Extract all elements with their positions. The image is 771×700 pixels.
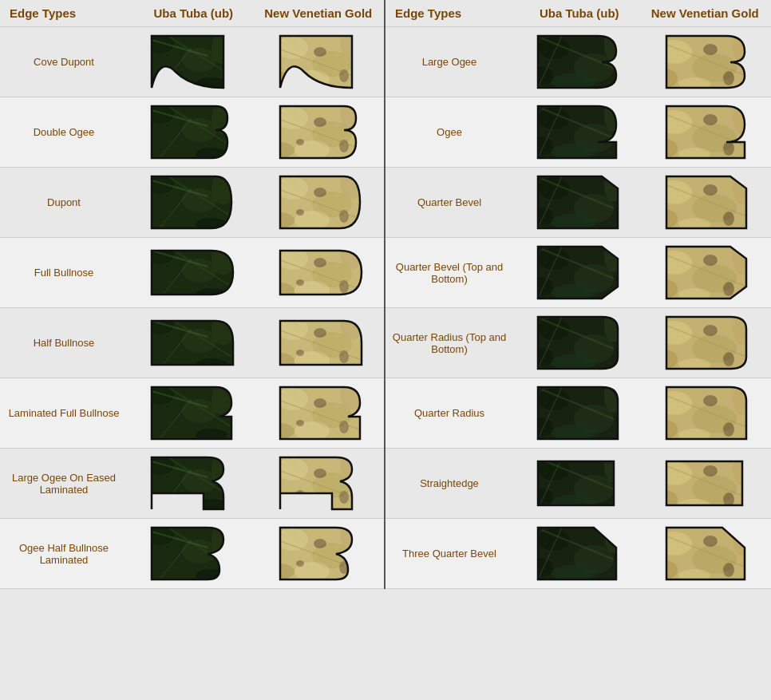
dark-granite-cell	[128, 238, 256, 307]
edge-label: Half Bullnose	[0, 330, 128, 355]
dark-granite-cell	[513, 449, 642, 518]
table-row: Half Bullnose	[0, 308, 384, 378]
svg-rect-20	[530, 172, 626, 232]
dark-granite-cell	[128, 378, 256, 448]
light-granite-cell	[642, 449, 772, 518]
light-granite-cell	[642, 308, 772, 378]
dark-granite-cell	[513, 308, 642, 378]
edge-label: Three Quarter Bevel	[386, 541, 513, 566]
edge-label: Straightedge	[386, 471, 513, 496]
table-row: Three Quarter Bevel	[386, 519, 771, 589]
dark-granite-cell	[128, 97, 256, 167]
light-granite-cell	[642, 97, 772, 167]
edge-label: Large Ogee On Eased Laminated	[0, 465, 128, 502]
light-granite-cell	[256, 449, 385, 518]
right-table: Edge Types Uba Tuba (ub) New Venetian Go…	[386, 0, 771, 589]
svg-rect-27	[658, 383, 754, 443]
svg-rect-22	[530, 243, 626, 303]
edge-label: Ogee Half Bullnose Laminated	[0, 536, 128, 572]
table-row: Straightedge	[386, 449, 771, 519]
light-granite-cell	[256, 238, 385, 307]
light-granite-cell	[256, 27, 385, 97]
light-granite-cell	[256, 308, 385, 378]
table-row: Double Ogee	[0, 97, 384, 168]
dark-granite-cell	[513, 97, 642, 167]
right-col3-header: New Venetian Gold	[642, 6, 769, 20]
edge-label: Quarter Bevel (Top and Bottom)	[386, 255, 513, 291]
light-granite-cell	[256, 519, 385, 588]
right-col2-header: Uba Tuba (ub)	[516, 6, 642, 20]
edge-label: Large Ogee	[386, 49, 513, 74]
table-row: Dupont	[0, 168, 384, 238]
light-granite-cell	[642, 168, 772, 237]
dark-granite-cell	[513, 378, 642, 448]
dark-granite-cell	[128, 168, 256, 237]
svg-rect-12	[144, 453, 239, 513]
svg-rect-30	[530, 524, 626, 583]
table-row: Ogee	[386, 97, 771, 168]
svg-rect-26	[530, 383, 626, 443]
right-header: Edge Types Uba Tuba (ub) New Venetian Go…	[386, 0, 771, 27]
table-row: Large Ogee	[386, 27, 771, 97]
dark-granite-cell	[513, 238, 642, 307]
table-row: Quarter Bevel (Top and Bottom)	[386, 238, 771, 308]
table-row: Laminated Full Bullnose	[0, 378, 384, 449]
dark-granite-cell	[513, 168, 642, 237]
svg-rect-15	[272, 524, 368, 583]
dark-granite-cell	[513, 27, 642, 97]
dark-granite-cell	[128, 27, 256, 97]
main-container: Edge Types Uba Tuba (ub) New Venetian Go…	[0, 0, 771, 589]
light-granite-cell	[642, 238, 772, 307]
dark-granite-cell	[513, 519, 642, 588]
edge-label: Quarter Bevel	[386, 190, 513, 215]
light-granite-cell	[256, 168, 385, 237]
table-row: Quarter Radius (Top and Bottom)	[386, 308, 771, 378]
svg-rect-11	[272, 383, 368, 443]
svg-rect-21	[658, 172, 754, 232]
svg-rect-10	[144, 383, 239, 443]
dark-granite-cell	[128, 449, 256, 518]
edge-label: Double Ogee	[0, 120, 128, 144]
table-row: Quarter Radius	[386, 378, 771, 449]
left-table: Edge Types Uba Tuba (ub) New Venetian Go…	[0, 0, 386, 589]
edge-label: Full Bullnose	[0, 260, 128, 285]
svg-rect-24	[530, 313, 626, 373]
table-row: Full Bullnose	[0, 238, 384, 308]
edge-label: Quarter Radius	[386, 401, 513, 425]
svg-rect-25	[658, 313, 754, 373]
svg-rect-31	[658, 524, 754, 583]
light-granite-cell	[642, 378, 772, 448]
light-granite-cell	[256, 378, 385, 448]
edge-label: Dupont	[0, 190, 128, 215]
table-row: Cove Dupont	[0, 27, 384, 97]
table-row: Quarter Bevel	[386, 168, 771, 238]
left-col2-header: Uba Tuba (ub)	[131, 6, 256, 20]
dark-granite-cell	[128, 308, 256, 378]
svg-rect-14	[144, 524, 239, 583]
left-header: Edge Types Uba Tuba (ub) New Venetian Go…	[0, 0, 384, 27]
dark-granite-cell	[128, 519, 256, 588]
edge-label: Cove Dupont	[0, 49, 128, 74]
light-granite-cell	[642, 519, 772, 588]
edge-label: Laminated Full Bullnose	[0, 401, 128, 425]
left-col3-header: New Venetian Gold	[256, 6, 382, 20]
table-row: Large Ogee On Eased Laminated	[0, 449, 384, 519]
svg-rect-13	[272, 453, 368, 513]
table-row: Ogee Half Bullnose Laminated	[0, 519, 384, 589]
right-col1-header: Edge Types	[389, 6, 516, 20]
edge-label: Quarter Radius (Top and Bottom)	[386, 325, 513, 362]
light-granite-cell	[256, 97, 385, 167]
svg-rect-23	[658, 243, 754, 303]
light-granite-cell	[642, 27, 772, 97]
left-col1-header: Edge Types	[3, 6, 131, 20]
edge-label: Ogee	[386, 120, 513, 144]
